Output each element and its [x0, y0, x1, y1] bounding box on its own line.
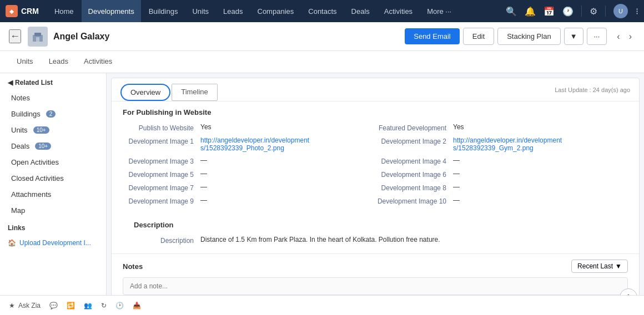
edit-button[interactable]: Edit: [463, 28, 494, 45]
description-section: Description Description Distance of 1.5 …: [112, 214, 639, 253]
field-dev-image-7: Development Image 7 —: [123, 181, 375, 194]
dev-image-6-label: Development Image 6: [375, 170, 453, 179]
nav-buildings[interactable]: Buildings: [142, 0, 185, 22]
notes-filter-chevron: ▼: [615, 262, 622, 270]
nav-developments[interactable]: Developments: [82, 0, 141, 22]
ask-zia-button[interactable]: ★ Ask Zia: [9, 302, 41, 309]
dev-image-9-value: —: [200, 196, 375, 204]
settings-icon[interactable]: ⚙: [590, 6, 597, 17]
dev-image-3-label: Development Image 3: [123, 156, 200, 165]
map-label: Map: [11, 206, 25, 215]
dev-image-7-label: Development Image 7: [123, 183, 200, 192]
note-input[interactable]: [123, 277, 628, 295]
nav-home[interactable]: Home: [48, 0, 80, 22]
tab-units[interactable]: Units: [9, 51, 41, 73]
attachments-label: Attachments: [11, 190, 51, 199]
dev-image-10-label: Development Image 10: [375, 196, 453, 205]
search-icon[interactable]: 🔍: [506, 6, 517, 17]
publishing-fields: Publish to Website Yes Development Image…: [112, 121, 639, 214]
publishing-section: For Publishing in Website Publish to Web…: [112, 101, 639, 214]
sidebar-item-deals[interactable]: Deals 10+: [0, 138, 106, 154]
next-record-button[interactable]: ›: [626, 29, 635, 44]
field-dev-image-1: Development Image 1 http://angeldevelope…: [123, 134, 375, 154]
zia-icon: ★: [9, 302, 15, 309]
sidebar-item-closed-activities[interactable]: Closed Activities: [0, 170, 106, 186]
featured-dev-label: Featured Development: [375, 123, 453, 132]
bottom-icon-1: 💬: [49, 302, 58, 309]
related-list-label: Related List: [15, 79, 53, 87]
sidebar-toggle-icon[interactable]: ◀: [8, 79, 13, 87]
dev-image-2-value[interactable]: http://angeldeveloper.in/developments/15…: [453, 136, 628, 152]
bottom-icon-4: ↻: [101, 302, 107, 309]
content-area: Overview Timeline Last Update : 24 day(s…: [107, 73, 644, 315]
nav-units[interactable]: Units: [185, 0, 215, 22]
upload-development-link[interactable]: 🏠 Upload Development I...: [0, 235, 106, 251]
tab-overview[interactable]: Overview: [120, 84, 170, 101]
notes-filter-button[interactable]: Recent Last ▼: [571, 260, 628, 273]
calendar-icon[interactable]: 📅: [544, 6, 555, 17]
nav-activities[interactable]: Activities: [378, 0, 419, 22]
field-dev-image-3: Development Image 3 —: [123, 154, 375, 167]
units-label: Units: [11, 126, 28, 134]
fields-right-col: Featured Development Yes Development Ima…: [375, 121, 628, 207]
dev-image-1-label: Development Image 1: [123, 136, 200, 145]
field-dev-image-10: Development Image 10 —: [375, 194, 628, 207]
stacking-plan-dropdown[interactable]: ▼: [564, 28, 583, 45]
field-featured-dev: Featured Development Yes: [375, 121, 628, 134]
dev-image-5-value: —: [200, 170, 375, 177]
dev-image-7-value: —: [200, 183, 375, 191]
nav-right-actions: 🔍 🔔 📅 🕐 ⚙ U ⁝: [506, 4, 638, 18]
sidebar-item-buildings[interactable]: Buildings 2: [0, 106, 106, 122]
sidebar-item-notes[interactable]: Notes: [0, 90, 106, 106]
nav-deals[interactable]: Deals: [345, 0, 376, 22]
field-publish-to-website: Publish to Website Yes: [123, 121, 375, 134]
dev-image-8-value: —: [453, 183, 628, 191]
field-description: Description Distance of 1.5 Km from Park…: [123, 233, 628, 247]
dev-image-2-label: Development Image 2: [375, 136, 453, 145]
clock-icon[interactable]: 🕐: [562, 6, 573, 17]
avatar[interactable]: U: [613, 4, 628, 18]
page-title: Angel Galaxy: [53, 32, 109, 42]
bottom-action-4[interactable]: ↻: [101, 302, 107, 309]
buildings-label: Buildings: [11, 110, 41, 118]
notifications-icon[interactable]: 🔔: [525, 6, 536, 17]
record-navigation: ‹ ›: [613, 29, 635, 44]
closed-activities-label: Closed Activities: [11, 174, 64, 182]
dev-image-10-value: —: [453, 196, 628, 204]
sub-tab-bar: Units Leads Activities: [0, 51, 644, 73]
nav-more[interactable]: More ···: [420, 0, 458, 22]
dev-image-8-label: Development Image 8: [375, 183, 453, 192]
view-tab-group: Overview Timeline: [120, 84, 218, 101]
sidebar-item-open-activities[interactable]: Open Activities: [0, 154, 106, 170]
upload-icon: 🏠: [8, 239, 16, 247]
publish-label: Publish to Website: [123, 123, 200, 132]
nav-companies[interactable]: Companies: [251, 0, 301, 22]
fields-left-col: Publish to Website Yes Development Image…: [123, 121, 375, 207]
field-dev-image-2: Development Image 2 http://angeldevelope…: [375, 134, 628, 154]
prev-record-button[interactable]: ‹: [613, 29, 623, 44]
app-logo[interactable]: ◆ CRM: [6, 5, 39, 17]
send-email-button[interactable]: Send Email: [405, 28, 459, 44]
tab-leads[interactable]: Leads: [41, 51, 76, 73]
stacking-plan-button[interactable]: Stacking Plan: [497, 28, 561, 45]
nav-menu: Home Developments Buildings Units Leads …: [48, 0, 458, 22]
grid-icon[interactable]: ⁝: [636, 6, 638, 17]
bottom-action-5[interactable]: 🕑: [115, 302, 124, 309]
tab-timeline[interactable]: Timeline: [172, 84, 218, 101]
bottom-action-6[interactable]: 📥: [133, 302, 141, 309]
bottom-action-1[interactable]: 💬: [49, 302, 58, 309]
back-button[interactable]: ←: [9, 29, 21, 43]
sidebar-item-units[interactable]: Units 10+: [0, 122, 106, 138]
bottom-action-2[interactable]: 🔁: [67, 302, 75, 309]
nav-leads[interactable]: Leads: [217, 0, 249, 22]
sidebar-item-map[interactable]: Map: [0, 202, 106, 219]
last-update: Last Update : 24 day(s) ago: [555, 87, 630, 99]
nav-contacts[interactable]: Contacts: [301, 0, 343, 22]
dev-image-1-value[interactable]: http://angeldeveloper.in/developments/15…: [200, 136, 375, 152]
sidebar-item-attachments[interactable]: Attachments: [0, 186, 106, 202]
bottom-action-3[interactable]: 👥: [84, 302, 92, 309]
featured-dev-value: Yes: [453, 123, 628, 131]
field-dev-image-5: Development Image 5 —: [123, 167, 375, 181]
tab-activities[interactable]: Activities: [76, 51, 120, 73]
more-options-button[interactable]: ···: [587, 28, 607, 45]
